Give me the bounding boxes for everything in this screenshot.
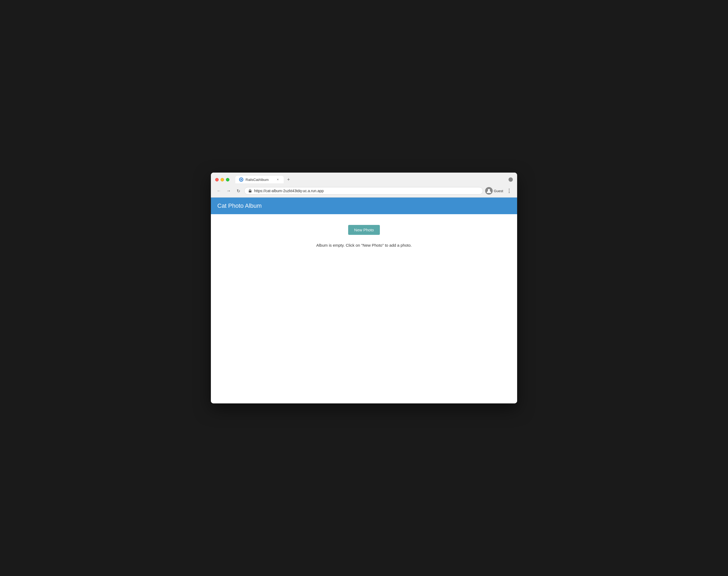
active-tab[interactable]: RailsCatAlbum × xyxy=(235,176,284,183)
profile-avatar-icon xyxy=(485,187,493,195)
app-header: Cat Photo Album xyxy=(211,198,517,214)
tab-close-button[interactable]: × xyxy=(276,177,280,182)
url-input[interactable] xyxy=(254,189,479,193)
svg-rect-0 xyxy=(249,191,251,193)
new-photo-button[interactable]: New Photo xyxy=(348,225,380,235)
forward-button[interactable]: → xyxy=(225,187,232,195)
close-button[interactable] xyxy=(215,178,219,181)
app-content: Cat Photo Album New Photo Album is empty… xyxy=(211,198,517,403)
browser-toolbar: ← → ↻ xyxy=(211,185,517,198)
more-options-button[interactable]: ⋮ xyxy=(505,187,513,195)
svg-point-1 xyxy=(488,189,490,191)
maximize-button[interactable] xyxy=(226,178,230,181)
security-icon xyxy=(248,189,252,193)
title-bar: RailsCatAlbum × + xyxy=(211,173,517,185)
new-tab-button[interactable]: + xyxy=(285,176,292,183)
refresh-button[interactable]: ↻ xyxy=(235,187,242,195)
address-bar[interactable] xyxy=(244,187,483,195)
minimize-button[interactable] xyxy=(220,178,224,181)
app-body: New Photo Album is empty. Click on "New … xyxy=(211,214,517,403)
browser-window: RailsCatAlbum × + ← → ↻ xyxy=(211,173,517,403)
back-button[interactable]: ← xyxy=(215,187,223,195)
tab-bar: RailsCatAlbum × + xyxy=(235,176,505,183)
favicon-icon xyxy=(240,178,243,181)
profile-name-label: Guest xyxy=(494,189,503,193)
tab-title: RailsCatAlbum xyxy=(245,178,273,182)
browser-chrome: RailsCatAlbum × + ← → ↻ xyxy=(211,173,517,198)
profile-area[interactable]: Guest xyxy=(485,187,503,195)
empty-message: Album is empty. Click on "New Photo" to … xyxy=(316,243,412,248)
app-title: Cat Photo Album xyxy=(217,202,511,209)
tab-favicon xyxy=(239,177,243,182)
browser-status-indicator xyxy=(509,177,513,182)
traffic-lights xyxy=(215,178,230,181)
